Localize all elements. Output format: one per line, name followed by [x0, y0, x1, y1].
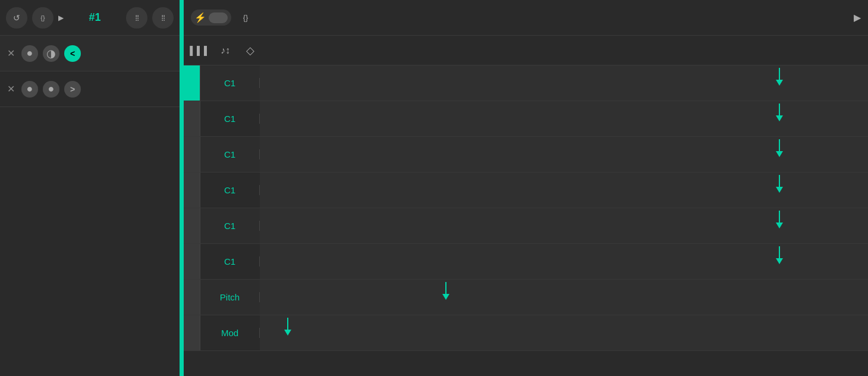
marker-diamond-pitch: [442, 294, 449, 300]
track-marker-5[interactable]: [776, 211, 783, 228]
track-row-1: C1: [184, 65, 868, 101]
marker-line-mod: [287, 318, 288, 330]
mute-x-2[interactable]: ✕: [5, 83, 17, 95]
track-marker-4[interactable]: [776, 175, 783, 193]
track-marker-2[interactable]: [776, 104, 783, 121]
track-label-6: C1: [200, 256, 260, 267]
marker-line-3: [779, 139, 780, 151]
marker-line-4: [779, 175, 780, 187]
teal-back-btn-1[interactable]: <: [64, 45, 81, 62]
loop-icon: ↺: [13, 13, 20, 23]
circle-icon-2a: ●: [27, 83, 33, 95]
track-row-6: C1: [184, 244, 868, 280]
braces-icon-left: {}: [40, 14, 45, 21]
marker-diamond-4: [776, 187, 783, 193]
diamond-icon: ◇: [246, 44, 254, 57]
marker-diamond-5: [776, 223, 783, 228]
circle-icon-1: ●: [27, 47, 33, 59]
left-panel: ↺ {} ▶ #1 ⣿ ⣿ ✕ ● ◑ <: [0, 0, 181, 376]
dots-icon: ⣿: [161, 14, 165, 21]
track-content-2[interactable]: [260, 101, 868, 136]
marker-line-6: [779, 246, 780, 258]
teal-back-icon-1: <: [70, 49, 75, 58]
track-color-7: [184, 280, 200, 315]
track-row-3: C1: [184, 137, 868, 173]
mute-x-1[interactable]: ✕: [5, 48, 17, 59]
track-label-5: C1: [200, 221, 260, 231]
tracks-area: C1 C1 C1: [184, 65, 868, 376]
track-color-1: [184, 65, 200, 101]
play-icon-left[interactable]: ▶: [58, 14, 64, 22]
braces-icon-right: {}: [243, 13, 249, 22]
track-row-7: Pitch: [184, 280, 868, 315]
track-content-1[interactable]: [260, 65, 868, 101]
loop-button[interactable]: ↺: [6, 7, 27, 29]
track-content-3[interactable]: [260, 137, 868, 172]
dots-button[interactable]: ⣿: [152, 7, 174, 29]
marker-diamond-1: [776, 80, 783, 86]
track-row-5: C1: [184, 208, 868, 244]
track-color-8: [184, 315, 200, 350]
track-marker-pitch[interactable]: [442, 282, 449, 300]
track-label-4: C1: [200, 185, 260, 195]
half-circle-icon-1: ◑: [46, 47, 56, 60]
track-color-4: [184, 173, 200, 208]
marker-line-2: [779, 104, 780, 115]
note-icon: ♪↕: [221, 45, 230, 56]
track-row-2: C1: [184, 101, 868, 137]
track-content-6[interactable]: [260, 244, 868, 279]
track-label: #1: [89, 11, 100, 24]
note-button[interactable]: ♪↕: [216, 41, 235, 60]
braces-button-right[interactable]: {}: [236, 8, 255, 27]
marker-diamond-3: [776, 151, 783, 157]
marker-diamond-mod: [284, 330, 291, 336]
track-row-4: C1: [184, 173, 868, 208]
track-marker-3[interactable]: [776, 139, 783, 157]
bars-icon: ▌▌▌: [190, 46, 211, 55]
marker-line-5: [779, 211, 780, 223]
diamond-button[interactable]: ◇: [241, 41, 260, 60]
right-toolbar-1: ⚡ {} ▶: [184, 0, 868, 36]
circle-btn-1[interactable]: ●: [21, 45, 38, 62]
expand-button[interactable]: ⣿: [126, 7, 147, 29]
track-label-2: C1: [200, 114, 260, 124]
marker-diamond-6: [776, 258, 783, 264]
track-marker-6[interactable]: [776, 246, 783, 264]
bolt-toggle-group: ⚡: [191, 10, 231, 26]
track-content-5[interactable]: [260, 208, 868, 243]
marker-line-1: [779, 68, 780, 80]
track-color-2: [184, 101, 200, 136]
track-label-pitch: Pitch: [200, 292, 260, 302]
track-content-mod[interactable]: [260, 315, 868, 350]
track-label-1: C1: [200, 78, 260, 88]
marker-diamond-2: [776, 115, 783, 121]
right-toolbar-2: ▌▌▌ ♪↕ ◇: [184, 36, 868, 65]
left-toolbar: ↺ {} ▶ #1 ⣿ ⣿: [0, 0, 180, 36]
track-row-8: Mod: [184, 315, 868, 351]
half-circle-btn-1[interactable]: ◑: [43, 45, 59, 62]
left-rows-area: ✕ ● ◑ < ✕ ● ● >: [0, 36, 180, 376]
track-color-6: [184, 244, 200, 279]
marker-line-pitch: [445, 282, 446, 294]
track-content-pitch[interactable]: [260, 280, 868, 315]
track-color-5: [184, 208, 200, 243]
track-label-mod: Mod: [200, 328, 260, 338]
bars-button[interactable]: ▌▌▌: [191, 41, 210, 60]
braces-button-left[interactable]: {}: [32, 7, 54, 29]
bolt-icon: ⚡: [194, 12, 206, 23]
left-row-1: ✕ ● ◑ <: [0, 36, 180, 71]
expand-icon: ⣿: [135, 14, 139, 21]
track-marker-mod[interactable]: [284, 318, 291, 336]
circle-btn-2b[interactable]: ●: [43, 81, 59, 98]
toggle-switch[interactable]: [209, 12, 228, 23]
circle-icon-2b: ●: [48, 83, 55, 95]
arrow-fwd-btn-2[interactable]: >: [64, 81, 81, 98]
circle-btn-2a[interactable]: ●: [21, 81, 38, 98]
track-label-3: C1: [200, 149, 260, 159]
play-button-right[interactable]: ▶: [854, 12, 861, 23]
arrow-fwd-icon-2: >: [70, 84, 75, 94]
track-color-3: [184, 137, 200, 172]
track-content-4[interactable]: [260, 173, 868, 208]
right-panel: ⚡ {} ▶ ▌▌▌ ♪↕ ◇ C1: [184, 0, 868, 376]
track-marker-1[interactable]: [776, 68, 783, 86]
